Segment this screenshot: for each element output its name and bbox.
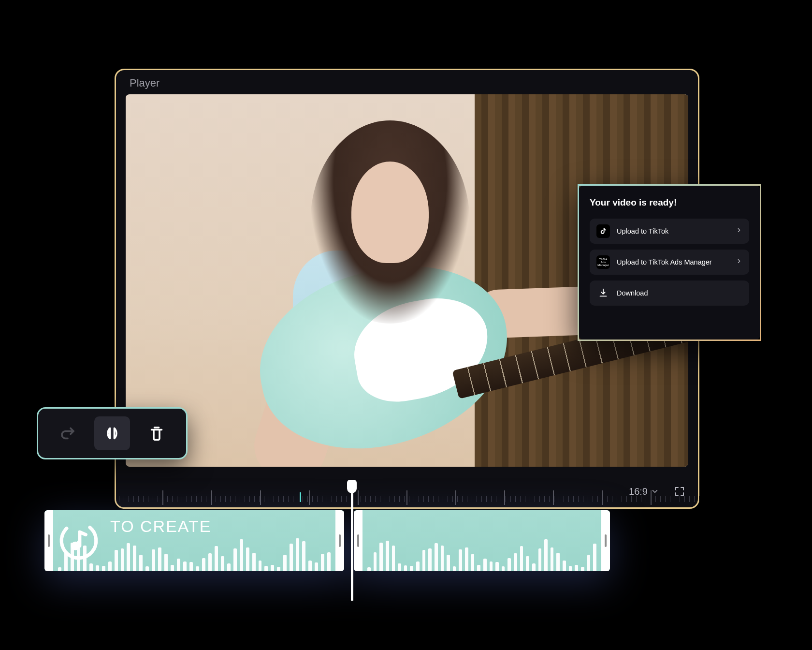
export-item-label: Upload to TikTok Ads Manager — [617, 258, 729, 266]
clip-handle-right[interactable] — [601, 510, 610, 571]
upload-tiktok-button[interactable]: Upload to TikTok — [590, 219, 749, 244]
player-title: Player — [116, 70, 698, 94]
trash-icon — [148, 425, 165, 442]
tiktok-ads-icon: TikTok Ads Manager — [596, 255, 610, 269]
delete-button[interactable] — [139, 416, 174, 450]
audio-clip[interactable] — [354, 510, 610, 571]
download-button[interactable]: Download — [590, 281, 749, 306]
edit-toolbar — [37, 407, 188, 459]
clip-handle-right[interactable] — [335, 510, 344, 571]
redo-button[interactable] — [50, 416, 86, 450]
clip-handle-left[interactable] — [354, 510, 362, 571]
timeline-ruler-major — [115, 490, 699, 505]
export-item-label: Download — [617, 289, 742, 297]
audio-track: TO CREATE — [44, 510, 610, 571]
audio-clip[interactable]: TO CREATE — [44, 510, 344, 571]
waveform — [53, 532, 335, 571]
clip-handle-left[interactable] — [44, 510, 53, 571]
split-icon — [103, 425, 121, 442]
redo-icon — [59, 425, 76, 442]
chevron-right-icon — [736, 227, 742, 236]
download-icon — [596, 286, 610, 300]
waveform — [362, 532, 601, 571]
export-item-label: Upload to TikTok — [617, 227, 729, 235]
timeline-accent-tick — [300, 492, 301, 502]
export-ready-card: Your video is ready! Upload to TikTok Ti… — [578, 184, 761, 341]
chevron-right-icon — [736, 258, 742, 266]
tiktok-icon — [596, 224, 610, 238]
upload-tiktok-ads-button[interactable]: TikTok Ads Manager Upload to TikTok Ads … — [590, 250, 749, 275]
export-card-title: Your video is ready! — [590, 197, 749, 208]
split-button[interactable] — [94, 416, 130, 450]
